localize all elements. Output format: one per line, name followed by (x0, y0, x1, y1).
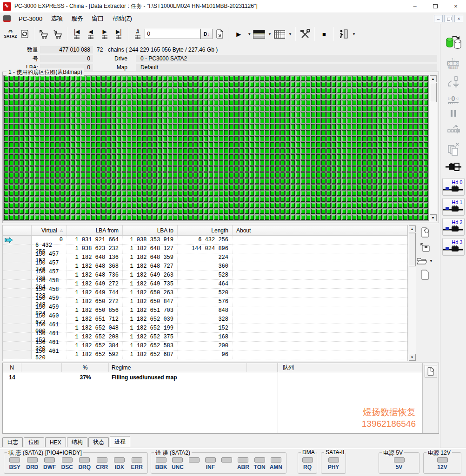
bitmap-cell[interactable] (40, 209, 44, 214)
bitmap-cell[interactable] (388, 76, 392, 81)
bitmap-cell[interactable] (311, 76, 315, 81)
bitmap-cell[interactable] (204, 215, 208, 220)
bitmap-cell[interactable] (86, 112, 90, 117)
bitmap-cell[interactable] (332, 106, 336, 111)
bitmap-cell[interactable] (132, 191, 136, 196)
bitmap-cell[interactable] (50, 136, 54, 141)
bitmap-cell[interactable] (342, 148, 346, 153)
bitmap-cell[interactable] (301, 185, 305, 190)
next-chain-button[interactable]: ▶ (99, 26, 111, 42)
bitmap-cell[interactable] (260, 94, 264, 99)
bitmap-cell[interactable] (373, 209, 377, 214)
bitmap-cell[interactable] (255, 130, 259, 135)
bitmap-cell[interactable] (332, 130, 336, 135)
queue-settings-button[interactable] (425, 365, 437, 377)
bitmap-cell[interactable] (291, 191, 295, 196)
bitmap-cell[interactable] (153, 203, 157, 208)
bitmap-cell[interactable] (45, 142, 49, 147)
bitmap-cell[interactable] (147, 118, 152, 123)
bitmap-cell[interactable] (4, 124, 8, 129)
copy-sector-button[interactable] (213, 26, 226, 42)
bitmap-cell[interactable] (337, 166, 341, 172)
bitmap-cell[interactable] (193, 136, 198, 141)
bitmap-cell[interactable] (388, 136, 392, 141)
bitmap-cell[interactable] (296, 185, 300, 190)
bitmap-cell[interactable] (393, 88, 397, 93)
bitmap-cell[interactable] (188, 94, 193, 99)
bitmap-cell[interactable] (265, 185, 269, 190)
bitmap-cell[interactable] (173, 185, 177, 190)
bitmap-cell[interactable] (168, 94, 172, 99)
bitmap-cell[interactable] (424, 94, 428, 99)
bitmap-cell[interactable] (66, 160, 70, 165)
bitmap-cell[interactable] (91, 112, 95, 117)
bitmap-cell[interactable] (326, 76, 331, 81)
bitmap-cell[interactable] (403, 100, 407, 105)
bitmap-cell[interactable] (60, 178, 65, 184)
row-selector[interactable] (3, 262, 32, 271)
bitmap-cell[interactable] (332, 203, 336, 208)
bitmap-cell[interactable] (260, 203, 264, 208)
bitmap-cell[interactable] (96, 76, 100, 81)
bitmap-cell[interactable] (403, 215, 407, 220)
bitmap-cell[interactable] (367, 166, 372, 172)
bitmap-cell[interactable] (50, 100, 54, 105)
table-row[interactable]: 150 460 6721 182 651 7121 182 652 039328 (3, 315, 407, 324)
bitmap-cell[interactable] (81, 118, 85, 123)
bitmap-cell[interactable] (291, 112, 295, 117)
bitmap-cell[interactable] (275, 118, 280, 123)
bitmap-cell[interactable] (81, 142, 85, 147)
bitmap-cell[interactable] (378, 130, 382, 135)
bitmap-cell[interactable] (14, 185, 19, 190)
bitmap-cell[interactable] (153, 166, 157, 172)
bitmap-cell[interactable] (388, 130, 392, 135)
bitmap-cell[interactable] (35, 148, 39, 153)
bitmap-cell[interactable] (378, 118, 382, 123)
bitmap-cell[interactable] (86, 76, 90, 81)
bitmap-cell[interactable] (35, 118, 39, 123)
bitmap-cell[interactable] (178, 100, 182, 105)
bitmap-cell[interactable] (81, 197, 85, 202)
bitmap-cell[interactable] (337, 124, 341, 129)
bitmap-cell[interactable] (275, 203, 280, 208)
bitmap-cell[interactable] (122, 118, 126, 123)
header-length[interactable]: Length (178, 225, 233, 235)
bitmap-cell[interactable] (199, 154, 203, 159)
bitmap-cell[interactable] (101, 215, 106, 220)
bitmap-cell[interactable] (403, 191, 407, 196)
bitmap-cell[interactable] (357, 148, 361, 153)
bitmap-cell[interactable] (424, 197, 428, 202)
bitmap-cell[interactable] (107, 197, 111, 202)
bitmap-cell[interactable] (193, 197, 198, 202)
bitmap-cell[interactable] (199, 197, 203, 202)
bitmap-cell[interactable] (362, 88, 366, 93)
bitmap-cell[interactable] (367, 82, 372, 87)
bitmap-cell[interactable] (240, 94, 244, 99)
bitmap-cell[interactable] (153, 130, 157, 135)
bitmap-cell[interactable] (250, 185, 254, 190)
bitmap-cell[interactable] (55, 112, 60, 117)
bitmap-cell[interactable] (260, 118, 264, 123)
bitmap-cell[interactable] (424, 203, 428, 208)
bitmap-cell[interactable] (30, 82, 34, 87)
bitmap-cell[interactable] (183, 94, 187, 99)
bitmap-cell[interactable] (91, 118, 95, 123)
bitmap-cell[interactable] (224, 178, 228, 184)
bitmap-cell[interactable] (367, 100, 372, 105)
bitmap-cell[interactable] (132, 209, 136, 214)
bitmap-cell[interactable] (91, 160, 95, 165)
bitmap-cell[interactable] (50, 197, 54, 202)
bitmap-cell[interactable] (117, 106, 121, 111)
bitmap-cell[interactable] (158, 82, 162, 87)
bitmap-cell[interactable] (9, 215, 13, 220)
bitmap-cell[interactable] (81, 185, 85, 190)
bitmap-cell[interactable] (183, 136, 187, 141)
bitmap-cell[interactable] (122, 112, 126, 117)
bitmap-cell[interactable] (408, 154, 413, 159)
bitmap-cell[interactable] (188, 197, 193, 202)
bitmap-cell[interactable] (357, 142, 361, 147)
bitmap-cell[interactable] (107, 215, 111, 220)
bitmap-cell[interactable] (209, 100, 213, 105)
bitmap-cell[interactable] (260, 82, 264, 87)
bitmap-cell[interactable] (178, 203, 182, 208)
